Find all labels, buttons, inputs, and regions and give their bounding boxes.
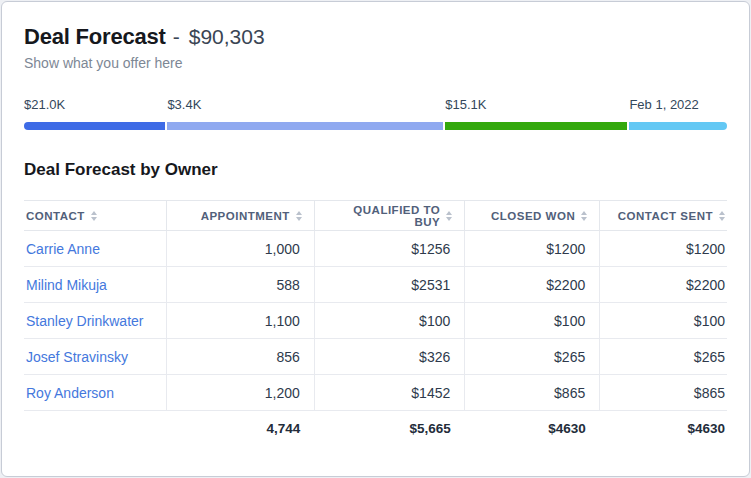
cell-value: $2200 <box>465 267 600 303</box>
cell-value: 1,000 <box>166 231 314 267</box>
totals-value: $5,665 <box>314 411 464 447</box>
progress-segment-label: $15.1K <box>445 97 627 112</box>
column-header-label: CONTACT SENT <box>618 210 713 222</box>
column-header-inner: CONTACT SENT <box>612 210 725 222</box>
section-title: Deal Forecast by Owner <box>24 160 727 180</box>
column-header-label: APPOINTMENT <box>201 210 290 222</box>
progress-bar <box>24 122 727 130</box>
column-header-closed-won[interactable]: CLOSED WON <box>465 201 600 231</box>
cell-value: $2531 <box>314 267 464 303</box>
table-totals-row: 4,744$5,665$4630$4630 <box>24 411 727 447</box>
sort-icon <box>296 211 302 221</box>
contact-cell: Carrie Anne <box>24 231 166 267</box>
cell-value: $1452 <box>314 375 464 411</box>
page-subtitle: Show what you offer here <box>24 55 727 71</box>
table-header-row: CONTACTAPPOINTMENTQUALIFIED TO BUYCLOSED… <box>24 201 727 231</box>
cell-value: $100 <box>314 303 464 339</box>
totals-value: $4630 <box>465 411 600 447</box>
deal-forecast-card: Deal Forecast - $90,303 Show what you of… <box>1 1 750 477</box>
totals-value: 4,744 <box>166 411 314 447</box>
cell-value: $1200 <box>465 231 600 267</box>
cell-value: $865 <box>465 375 600 411</box>
cell-value: 856 <box>166 339 314 375</box>
column-header-qualified-to-buy[interactable]: QUALIFIED TO BUY <box>314 201 464 231</box>
column-header-label: CONTACT <box>26 210 85 222</box>
cell-value: $265 <box>465 339 600 375</box>
column-header-inner: CONTACT <box>26 210 154 222</box>
table-body: Carrie Anne1,000$1256$1200$1200Milind Mi… <box>24 231 727 411</box>
page-header: Deal Forecast - $90,303 <box>24 24 727 50</box>
sort-icon <box>719 211 725 221</box>
sort-icon <box>581 211 587 221</box>
progress-segment <box>445 122 627 130</box>
progress-segment-label: $21.0K <box>24 97 165 112</box>
contact-link[interactable]: Roy Anderson <box>26 385 114 401</box>
contact-link[interactable]: Carrie Anne <box>26 241 100 257</box>
page-title: Deal Forecast <box>24 24 166 50</box>
table-row: Stanley Drinkwater1,100$100$100$100 <box>24 303 727 339</box>
column-header-contact-sent[interactable]: CONTACT SENT <box>600 201 727 231</box>
cell-value: $1200 <box>600 231 727 267</box>
title-separator: - <box>173 25 180 49</box>
cell-value: $100 <box>600 303 727 339</box>
contact-cell: Milind Mikuja <box>24 267 166 303</box>
contact-link[interactable]: Milind Mikuja <box>26 277 107 293</box>
totals-empty-cell <box>24 411 166 447</box>
table-row: Milind Mikuja588$2531$2200$2200 <box>24 267 727 303</box>
cell-value: $100 <box>465 303 600 339</box>
contact-link[interactable]: Josef Stravinsky <box>26 349 128 365</box>
progress-segment <box>167 122 443 130</box>
table-header: CONTACTAPPOINTMENTQUALIFIED TO BUYCLOSED… <box>24 201 727 231</box>
contact-cell: Josef Stravinsky <box>24 339 166 375</box>
sort-icon <box>91 211 97 221</box>
cell-value: $265 <box>600 339 727 375</box>
progress-segment-label: Feb 1, 2022 <box>629 97 727 112</box>
progress-segment-label: $3.4K <box>167 97 443 112</box>
contact-cell: Stanley Drinkwater <box>24 303 166 339</box>
table-footer: 4,744$5,665$4630$4630 <box>24 411 727 447</box>
table-row: Josef Stravinsky856$326$265$265 <box>24 339 727 375</box>
contact-cell: Roy Anderson <box>24 375 166 411</box>
progress-labels: $21.0K$3.4K$15.1KFeb 1, 2022 <box>24 97 727 112</box>
table-row: Carrie Anne1,000$1256$1200$1200 <box>24 231 727 267</box>
cell-value: $2200 <box>600 267 727 303</box>
cell-value: $1256 <box>314 231 464 267</box>
forecast-progress: $21.0K$3.4K$15.1KFeb 1, 2022 <box>24 97 727 130</box>
column-header-contact[interactable]: CONTACT <box>24 201 166 231</box>
column-header-inner: CLOSED WON <box>477 210 587 222</box>
table-row: Roy Anderson1,200$1452$865$865 <box>24 375 727 411</box>
cell-value: $865 <box>600 375 727 411</box>
column-header-label: CLOSED WON <box>491 210 575 222</box>
cell-value: $326 <box>314 339 464 375</box>
sort-icon <box>446 211 452 221</box>
totals-value: $4630 <box>600 411 727 447</box>
column-header-inner: APPOINTMENT <box>179 210 302 222</box>
column-header-appointment[interactable]: APPOINTMENT <box>166 201 314 231</box>
column-header-label: QUALIFIED TO BUY <box>327 204 440 228</box>
deal-forecast-table: CONTACTAPPOINTMENTQUALIFIED TO BUYCLOSED… <box>24 200 727 447</box>
column-header-inner: QUALIFIED TO BUY <box>327 204 452 228</box>
cell-value: 1,100 <box>166 303 314 339</box>
progress-segment <box>24 122 165 130</box>
contact-link[interactable]: Stanley Drinkwater <box>26 313 144 329</box>
cell-value: 588 <box>166 267 314 303</box>
forecast-amount: $90,303 <box>189 25 265 49</box>
progress-segment <box>629 122 727 130</box>
cell-value: 1,200 <box>166 375 314 411</box>
